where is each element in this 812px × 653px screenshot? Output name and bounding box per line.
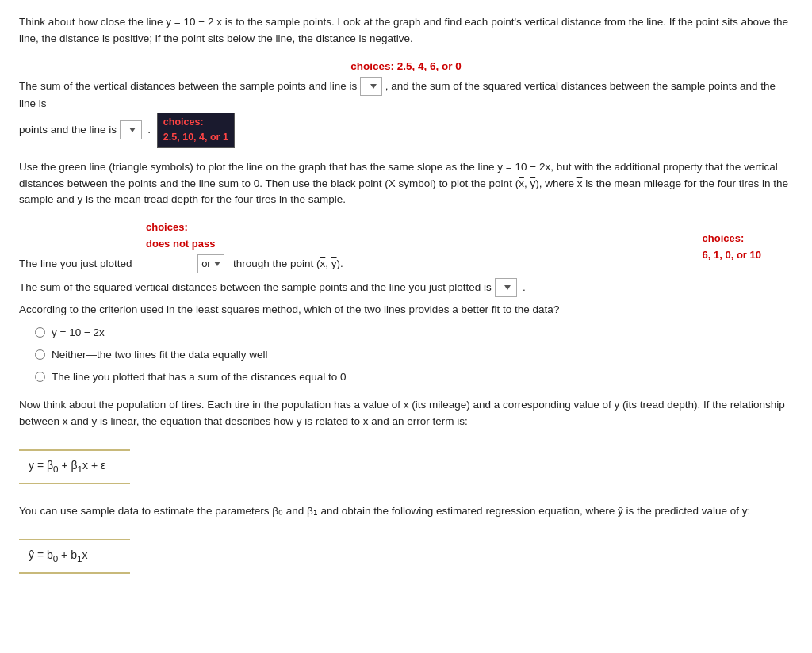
formula-1-box: y = β0 + β1x + ε: [19, 449, 130, 484]
choices-section-1: choices: 2.5, 4, 6, or 0 The sum of the …: [19, 59, 793, 148]
formula-2-container: ŷ = b0 + b1x: [19, 531, 793, 582]
radio-item-3[interactable]: The line you plotted that has a sum of t…: [35, 369, 793, 386]
radio-plotted[interactable]: [35, 372, 45, 382]
population-text: Now think about the population of tires.…: [19, 397, 793, 430]
formula-1-container: y = β0 + β1x + ε: [19, 441, 793, 492]
line-plotted-line: The line you just plotted or through the…: [19, 254, 793, 273]
criterion-text: According to the criterion used in the l…: [19, 302, 793, 319]
population-section: Now think about the population of tires.…: [19, 397, 793, 492]
dropdown-sum-distances[interactable]: [360, 77, 382, 96]
sample-data-text: You can use sample data to estimate the …: [19, 503, 793, 520]
sample-data-section: You can use sample data to estimate the …: [19, 503, 793, 582]
intro-paragraph: Think about how close the line y = 10 − …: [19, 14, 793, 48]
b0-sub: 0: [53, 553, 58, 563]
radio-item-1[interactable]: y = 10 − 2x: [35, 325, 793, 342]
criterion-section: According to the criterion used in the l…: [19, 302, 793, 386]
sum-distances-line: The sum of the vertical distances betwee…: [19, 77, 793, 148]
dropdown-points-line[interactable]: [120, 120, 142, 139]
beta1-sub: 1: [78, 464, 82, 474]
choices-label-1: choices: 2.5, 4, 6, or 0: [350, 60, 462, 72]
green-line-text: Use the green line (triangle symbols) to…: [19, 159, 793, 209]
green-line-section: Use the green line (triangle symbols) to…: [19, 159, 793, 209]
radio-y10-2x[interactable]: [35, 327, 45, 338]
formula-1: y = β0 + β1x + ε: [29, 459, 105, 472]
radio-label-2: Neither—the two lines fit the data equal…: [52, 347, 267, 364]
intro-text: Think about how close the line y = 10 − …: [19, 14, 793, 48]
radio-group: y = 10 − 2x Neither—the two lines fit th…: [35, 325, 793, 386]
radio-item-2[interactable]: Neither—the two lines fit the data equal…: [35, 347, 793, 364]
dropdown-or-passes[interactable]: or: [197, 254, 224, 273]
radio-label-3: The line you plotted that has a sum of t…: [52, 369, 347, 386]
dropdown-sum-squared[interactable]: [495, 278, 517, 297]
line-plotted-section: choices: does not pass The line you just…: [19, 220, 793, 297]
sum-squared-plotted-line: The sum of the squared vertical distance…: [19, 278, 793, 297]
radio-neither[interactable]: [35, 349, 45, 360]
beta0-sub: 0: [53, 464, 58, 474]
formula-2: ŷ = b0 + b1x: [29, 548, 87, 561]
radio-label-1: y = 10 − 2x: [52, 325, 105, 342]
formula-2-box: ŷ = b0 + b1x: [19, 539, 130, 574]
b1-sub: 1: [77, 553, 82, 563]
